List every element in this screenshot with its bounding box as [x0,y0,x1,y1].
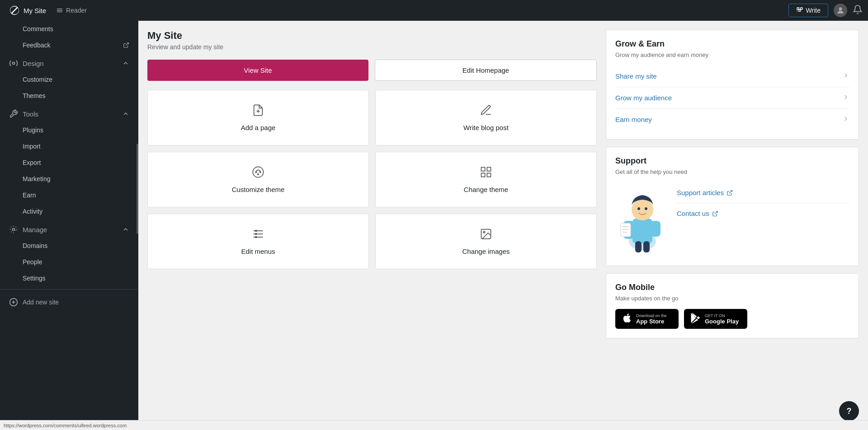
sidebar-item-domains[interactable]: Domains [0,238,138,254]
google-play-badge[interactable]: GET IT ON Google Play [684,309,747,329]
contact-us-link[interactable]: Contact us [677,203,849,224]
sidebar-item-earn[interactable]: Earn [0,187,138,203]
svg-point-39 [637,207,640,210]
external-link-icon [123,42,129,48]
sidebar-item-activity[interactable]: Activity [0,203,138,220]
sidebar-item-themes[interactable]: Themes [0,88,138,104]
change-theme-icon [480,166,492,180]
svg-rect-19 [487,168,491,171]
right-panel: Grow & Earn Grow my audience and earn mo… [606,30,859,421]
share-my-site-link[interactable]: Share my site [615,65,849,87]
sidebar-item-settings[interactable]: Settings [0,270,138,286]
app-store-badge[interactable]: Download on the App Store [615,309,679,329]
my-site-nav-item[interactable]: My Site [5,3,50,18]
contact-us-label: Contact us [677,210,709,217]
sidebar-item-export[interactable]: Export [0,154,138,171]
chevron-right-icon [842,72,849,80]
pencil-icon [796,7,803,14]
sidebar-item-people[interactable]: People [0,254,138,270]
svg-rect-34 [621,223,631,237]
help-icon: ? [847,407,852,416]
tools-icon [9,109,18,118]
manage-label: Manage [23,226,47,234]
svg-rect-38 [651,221,660,237]
svg-line-43 [729,190,732,193]
change-images-label: Change images [462,248,509,255]
add-page-card[interactable]: Add a page [147,90,369,145]
add-page-label: Add a page [241,124,276,131]
grow-audience-link[interactable]: Grow my audience [615,87,849,109]
main-content: My Site Review and update my site View S… [138,21,868,430]
notifications-bell[interactable] [853,5,863,16]
top-nav-right: Write [788,4,863,17]
grow-earn-card: Grow & Earn Grow my audience and earn mo… [606,30,859,140]
google-play-main: Google Play [705,318,739,325]
support-inner: Support articles Contact us [615,182,849,257]
wordpress-icon [9,5,20,16]
change-images-card[interactable]: Change images [375,214,597,269]
avatar[interactable] [834,4,847,17]
earn-money-link[interactable]: Earn money [615,109,849,130]
themes-label: Themes [23,92,46,99]
change-theme-card[interactable]: Change theme [375,152,597,207]
customize-theme-card[interactable]: Customize theme [147,152,369,207]
go-mobile-title: Go Mobile [615,283,849,292]
design-section-header[interactable]: Design [0,53,138,71]
apple-icon [622,313,632,325]
center-panel: My Site Review and update my site View S… [147,30,597,421]
change-images-icon [480,228,492,242]
sidebar-item-feedback[interactable]: Feedback [0,37,138,53]
add-new-site-button[interactable]: Add new site [0,292,138,312]
write-blog-card[interactable]: Write blog post [375,90,597,145]
sidebar-item-customize[interactable]: Customize [0,71,138,88]
import-label: Import [23,143,41,150]
svg-point-14 [253,167,263,177]
support-card: Support Get all of the help you need [606,147,859,266]
sidebar-item-import[interactable]: Import [0,138,138,154]
bell-icon [853,5,863,14]
manage-section-header[interactable]: Manage [0,220,138,238]
svg-point-15 [255,172,256,173]
people-label: People [23,258,42,266]
write-button[interactable]: Write [788,4,828,17]
svg-point-17 [258,174,259,175]
sidebar-divider [0,289,138,290]
sidebar-item-plugins[interactable]: Plugins [0,122,138,138]
svg-rect-18 [481,168,485,171]
svg-rect-42 [643,241,650,252]
sidebar-item-marketing[interactable]: Marketing [0,171,138,187]
tools-chevron-icon [122,110,129,117]
reader-nav-item[interactable]: Reader [52,5,91,16]
svg-point-8 [13,229,15,231]
layout: Comments Feedback Design [0,0,868,430]
help-button[interactable]: ? [839,401,859,421]
svg-line-6 [126,43,128,46]
manage-chevron-icon [122,226,129,233]
view-site-button[interactable]: View Site [147,60,368,81]
external-link-icon-support [726,190,733,196]
edit-menus-card[interactable]: Edit menus [147,214,369,269]
plugins-label: Plugins [23,126,43,134]
go-mobile-card: Go Mobile Make updates on the go Downloa… [606,273,859,338]
svg-point-25 [255,230,257,232]
tools-section-header[interactable]: Tools [0,104,138,122]
edit-homepage-button[interactable]: Edit Homepage [375,60,597,81]
chevron-right-icon-2 [842,93,849,102]
support-articles-link[interactable]: Support articles [677,182,849,203]
add-page-icon [252,104,264,118]
reader-icon [56,7,63,14]
svg-point-27 [255,236,257,238]
svg-rect-20 [481,173,485,177]
svg-point-7 [13,62,15,65]
google-play-icon [690,313,701,325]
sidebar-item-comments[interactable]: Comments [0,21,138,37]
google-play-text: GET IT ON Google Play [705,313,739,325]
cards-grid: Add a page Write blog post [147,90,597,269]
support-articles-label: Support articles [677,189,724,196]
scrollbar-thumb[interactable] [137,144,138,234]
feedback-label: Feedback [23,42,50,49]
export-label: Export [23,159,41,166]
status-bar-text: https://wordpress.com/comments/uifeed.wo… [4,423,127,428]
page-title: My Site [147,30,597,42]
app-badges: Download on the App Store GET IT ON G [615,309,849,329]
